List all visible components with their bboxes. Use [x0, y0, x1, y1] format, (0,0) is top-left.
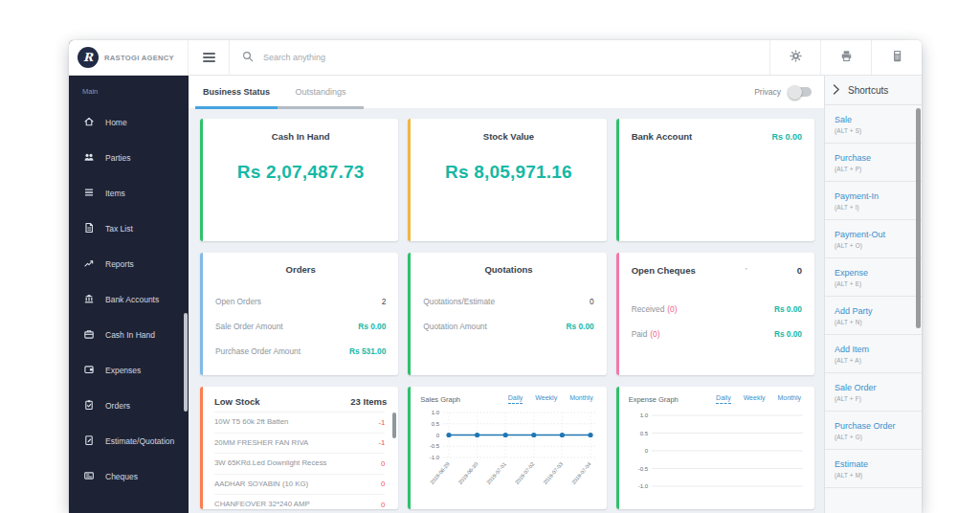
cash-in-hand-card[interactable]: Cash In Hand Rs 2,07,487.73	[200, 119, 398, 241]
item-quantity: -1	[378, 418, 385, 427]
low-stock-scrollbar[interactable]	[392, 413, 396, 438]
expense-graph-tab-daily[interactable]: Daily	[716, 394, 731, 404]
privacy-toggle[interactable]	[788, 87, 812, 97]
svg-text:2019-07-01: 2019-07-01	[486, 461, 508, 485]
svg-text:0: 0	[436, 433, 440, 438]
orders-row-purchase-order-amount: Purchase Order AmountRs 531.00	[203, 339, 398, 364]
shortcuts-scrollbar[interactable]	[916, 108, 921, 328]
shortcut-key: (ALT + O)	[835, 242, 916, 249]
left-sidebar: R RASTOGI AGENCY Main HomePartiesItemsTa…	[69, 40, 189, 513]
calculator-button[interactable]	[871, 40, 922, 75]
row-count: (0)	[667, 304, 677, 314]
sidebar-item-cheques[interactable]: Cheques	[69, 458, 189, 494]
low-stock-item[interactable]: AADHAR SOYABIN (10 KG)0	[214, 474, 385, 495]
sales-graph-tabs: DailyWeeklyMonthly	[508, 394, 601, 404]
shortcuts-panel: Shortcuts Sale(ALT + S)Purchase(ALT + P)…	[824, 76, 922, 513]
sidebar-item-expenses[interactable]: Expenses	[69, 352, 189, 388]
expense-graph-card[interactable]: Expense Graph DailyWeeklyMonthly 1.00.50…	[616, 387, 814, 509]
sidebar-item-cash-in-hand[interactable]: Cash In Hand	[69, 317, 189, 352]
estimate-icon	[83, 435, 95, 448]
open-cheques-row-received: Received(0)Rs 0.00	[619, 297, 814, 322]
quotations-card[interactable]: Quotations Quotations/Estimate0Quotation…	[408, 253, 606, 375]
open-cheques-card[interactable]: Open Cheques ' 0 Received(0)Rs 0.00Paid(…	[616, 253, 814, 375]
search-input[interactable]	[261, 52, 769, 63]
shortcut-key: (ALT + A)	[835, 357, 916, 364]
wallet-icon	[83, 364, 95, 377]
sidebar-item-reports[interactable]: Reports	[69, 246, 189, 281]
shortcut-payment-in[interactable]: Payment-In(ALT + I)	[825, 182, 922, 220]
shortcut-label: Sale	[835, 115, 916, 124]
expense-graph-tab-monthly[interactable]: Monthly	[777, 394, 801, 404]
item-name: CHANFEOVER 32*240 AMP	[214, 500, 310, 509]
low-stock-item[interactable]: 10W T5 60k 2ft Batten-1	[214, 412, 385, 433]
orders-card[interactable]: Orders Open Orders2Sale Order AmountRs 0…	[200, 253, 398, 375]
row-label: Open Orders	[215, 297, 261, 306]
low-stock-item[interactable]: 20MM FRESHER FAN RIVA-1	[214, 433, 385, 454]
shortcut-sale-order[interactable]: Sale Order(ALT + F)	[825, 373, 922, 412]
sales-graph-chart: 1.00.50-0.5-1.02019-06-292019-06-302019-…	[420, 408, 604, 502]
low-stock-item[interactable]: CHANFEOVER 32*240 AMP0	[214, 494, 385, 509]
sales-graph-tab-monthly[interactable]: Monthly	[569, 394, 593, 404]
svg-text:-0.5: -0.5	[637, 466, 648, 472]
shortcuts-header[interactable]: Shortcuts	[825, 76, 922, 105]
quotations-row-quotations-estimate: Quotations/Estimate0	[411, 289, 606, 314]
quotations-row-quotation-amount: Quotation AmountRs 0.00	[411, 314, 606, 339]
stock-value-value: Rs 8,05,971.16	[411, 162, 606, 183]
low-stock-card[interactable]: Low Stock 23 Items 10W T5 60k 2ft Batten…	[200, 387, 398, 509]
svg-text:-0.5: -0.5	[430, 443, 440, 449]
settings-button[interactable]	[769, 40, 820, 75]
sales-graph-tab-daily[interactable]: Daily	[508, 394, 523, 404]
shortcut-purchase[interactable]: Purchase(ALT + P)	[825, 144, 922, 182]
clipboard-icon	[83, 399, 95, 413]
sidebar-item-home[interactable]: Home	[69, 104, 189, 140]
hamburger-menu-button[interactable]	[189, 40, 229, 75]
tab-outstandings[interactable]: Outstandings	[278, 76, 364, 108]
sidebar-item-items[interactable]: Items	[69, 175, 189, 211]
shortcut-sale[interactable]: Sale(ALT + S)	[825, 105, 922, 144]
tax-file-icon	[83, 222, 95, 235]
item-quantity: 0	[381, 459, 385, 468]
low-stock-item[interactable]: 3W 65KRd.Led Downlight Recess0	[214, 453, 385, 474]
shortcut-label: Expense	[835, 268, 916, 278]
list-icon	[83, 187, 95, 200]
row-label: Sale Order Amount	[215, 322, 283, 331]
brand-logo-icon: R	[78, 47, 99, 68]
sidebar-scrollbar[interactable]	[184, 313, 188, 412]
cash-in-hand-value: Rs 2,07,487.73	[203, 162, 398, 183]
expense-graph-tab-weekly[interactable]: Weekly	[744, 394, 766, 404]
search-bar[interactable]	[229, 40, 769, 75]
shortcut-label: Sale Order	[835, 383, 916, 392]
sidebar-item-bank-accounts[interactable]: Bank Accounts	[69, 281, 189, 317]
quotations-rows: Quotations/Estimate0Quotation AmountRs 0…	[411, 289, 606, 339]
sidebar-item-label: Parties	[105, 153, 130, 163]
shortcut-estimate[interactable]: Estimate(ALT + M)	[825, 450, 922, 488]
sidebar-item-tax-list[interactable]: Tax List	[69, 211, 189, 246]
tab-bar: Business Status Outstandings Privacy	[189, 76, 824, 109]
sidebar-item-estimate-quotation[interactable]: Estimate/Quotation	[69, 423, 189, 458]
expense-graph-tabs: DailyWeeklyMonthly	[716, 394, 809, 404]
svg-text:0.5: 0.5	[639, 431, 648, 436]
sidebar-item-parties[interactable]: Parties	[69, 140, 189, 175]
item-name: 10W T5 60k 2ft Batten	[214, 417, 288, 427]
shortcut-add-item[interactable]: Add Item(ALT + A)	[825, 335, 922, 373]
row-value: Rs 0.00	[774, 304, 802, 314]
card-title: Cash In Hand	[203, 131, 398, 142]
tab-business-status[interactable]: Business Status	[195, 76, 278, 108]
sales-graph-tab-weekly[interactable]: Weekly	[535, 394, 557, 404]
row-value: Rs 0.00	[774, 329, 802, 339]
sidebar-item-orders[interactable]: Orders	[69, 388, 189, 423]
shortcut-add-party[interactable]: Add Party(ALT + N)	[825, 297, 922, 335]
shortcut-key: (ALT + G)	[835, 434, 916, 440]
hamburger-icon	[203, 53, 215, 55]
row-value: 0	[590, 297, 594, 306]
sidebar-section-label: Main	[69, 76, 189, 96]
bank-account-card[interactable]: Bank Account Rs 0.00	[616, 119, 814, 241]
stock-value-card[interactable]: Stock Value Rs 8,05,971.16	[408, 119, 606, 241]
print-button[interactable]	[820, 40, 871, 75]
sales-graph-card[interactable]: Sales Graph DailyWeeklyMonthly 1.00.50-0…	[408, 387, 606, 509]
shortcut-key: (ALT + P)	[835, 166, 916, 172]
shortcut-expense[interactable]: Expense(ALT + E)	[825, 258, 922, 297]
shortcut-purchase-order[interactable]: Purchase Order(ALT + G)	[825, 412, 922, 450]
shortcut-payment-out[interactable]: Payment-Out(ALT + O)	[825, 220, 922, 258]
svg-text:-1.0: -1.0	[430, 455, 440, 460]
